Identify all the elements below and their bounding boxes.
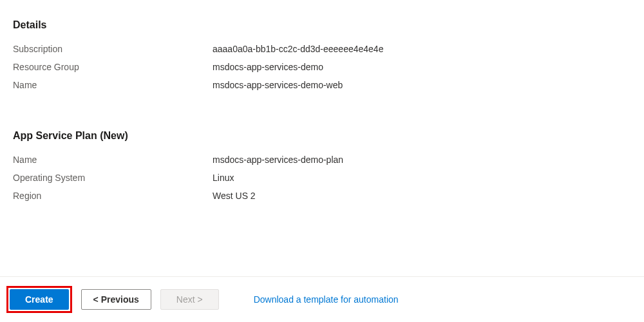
resource-group-label: Resource Group [13, 61, 213, 73]
wizard-footer: Create < Previous Next > Download a temp… [0, 276, 644, 322]
region-value: West US 2 [213, 189, 256, 202]
resource-group-value: msdocs-app-services-demo [213, 61, 323, 73]
plan-name-row: Name msdocs-app-services-demo-plan [13, 153, 631, 166]
next-button: Next > [160, 289, 219, 310]
name-value: msdocs-app-services-demo-web [213, 79, 343, 91]
create-button-highlight: Create [6, 286, 72, 313]
name-row: Name msdocs-app-services-demo-web [13, 79, 631, 91]
subscription-label: Subscription [13, 43, 213, 55]
region-label: Region [13, 189, 213, 202]
plan-name-value: msdocs-app-services-demo-plan [213, 153, 343, 166]
subscription-row: Subscription aaaa0a0a-bb1b-cc2c-dd3d-eee… [13, 43, 631, 55]
previous-button[interactable]: < Previous [81, 289, 151, 310]
summary-content: Details Subscription aaaa0a0a-bb1b-cc2c-… [0, 0, 644, 202]
resource-group-row: Resource Group msdocs-app-services-demo [13, 61, 631, 73]
operating-system-label: Operating System [13, 171, 213, 184]
download-template-link[interactable]: Download a template for automation [254, 294, 399, 305]
create-button[interactable]: Create [10, 289, 69, 310]
operating-system-row: Operating System Linux [13, 171, 631, 184]
region-row: Region West US 2 [13, 189, 631, 202]
app-service-plan-section: App Service Plan (New) Name msdocs-app-s… [13, 130, 631, 202]
details-heading: Details [13, 19, 631, 31]
app-service-plan-heading: App Service Plan (New) [13, 130, 631, 142]
subscription-value: aaaa0a0a-bb1b-cc2c-dd3d-eeeeee4e4e4e [213, 43, 383, 55]
name-label: Name [13, 79, 213, 91]
details-section: Details Subscription aaaa0a0a-bb1b-cc2c-… [13, 19, 631, 91]
plan-name-label: Name [13, 153, 213, 166]
operating-system-value: Linux [213, 171, 234, 184]
